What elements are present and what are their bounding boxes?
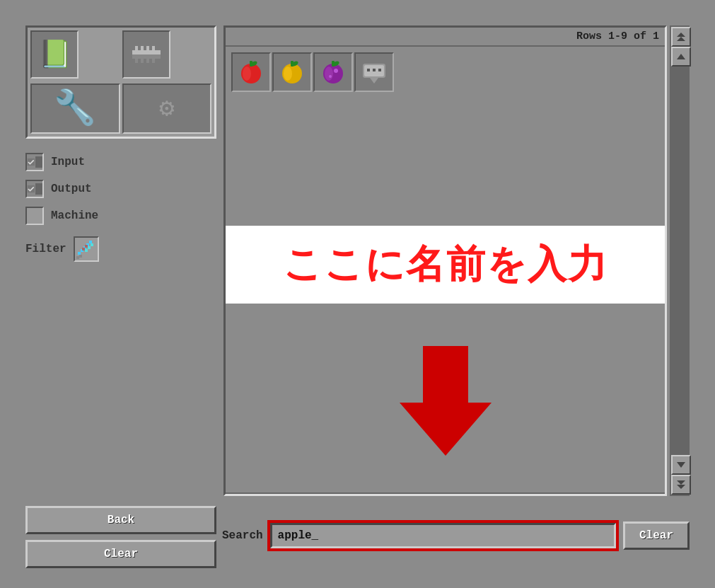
- svg-rect-5: [152, 46, 155, 50]
- filter-machine-row: Machine: [25, 207, 216, 225]
- measure-icon: [131, 39, 162, 70]
- special-item-icon: [360, 58, 388, 86]
- svg-rect-18: [91, 243, 93, 246]
- slot-book[interactable]: 📗: [30, 30, 79, 79]
- machine-label: Machine: [51, 209, 98, 222]
- svg-rect-44: [378, 69, 381, 71]
- output-label: Output: [51, 183, 92, 195]
- filter-input-row: Input: [25, 153, 216, 171]
- machine-checkbox[interactable]: [25, 207, 44, 225]
- grid-slot-apple[interactable]: [231, 52, 271, 92]
- svg-rect-42: [367, 69, 370, 71]
- checkmark-icon: [27, 156, 35, 168]
- sword-icon: [76, 239, 96, 259]
- output-checkbox[interactable]: [25, 180, 44, 198]
- svg-rect-6: [135, 59, 138, 63]
- input-checkbox[interactable]: [25, 153, 44, 171]
- filter-output-row: Output: [25, 180, 216, 198]
- svg-point-30: [284, 67, 292, 81]
- scroll-down-double-button[interactable]: [671, 475, 691, 495]
- svg-rect-43: [373, 69, 376, 71]
- scrollbar: [670, 25, 690, 496]
- svg-rect-13: [89, 241, 92, 243]
- search-label: Search: [222, 529, 263, 542]
- left-panel: 📗: [25, 25, 216, 496]
- svg-rect-24: [85, 245, 88, 248]
- search-input[interactable]: [270, 523, 616, 548]
- bottom-bar: Back Clear Search Clear: [13, 496, 702, 575]
- svg-rect-20: [85, 249, 88, 252]
- right-main-panel: Rows 1-9 of 1: [223, 25, 667, 496]
- scroll-up-double-icon: [676, 32, 686, 42]
- svg-rect-3: [141, 46, 144, 50]
- main-area: 📗: [13, 13, 702, 496]
- right-bottom-bar: Search Clear: [222, 521, 690, 550]
- svg-point-26: [243, 67, 251, 81]
- svg-rect-8: [146, 59, 149, 63]
- svg-point-37: [334, 69, 338, 73]
- scroll-down-button[interactable]: [671, 455, 691, 475]
- svg-marker-49: [677, 480, 685, 485]
- svg-point-38: [329, 75, 332, 78]
- svg-point-34: [325, 67, 333, 81]
- apple-icon: [237, 58, 265, 86]
- scroll-track[interactable]: [671, 67, 688, 455]
- item-row-1: [228, 50, 662, 95]
- filter-text-label: Filter: [25, 243, 66, 255]
- checkmark-icon-2: [27, 183, 35, 195]
- main-window: 📗: [0, 0, 715, 588]
- empty-check-icon: [28, 209, 41, 222]
- svg-rect-23: [82, 248, 85, 250]
- svg-marker-41: [370, 78, 378, 83]
- grid-slot-special[interactable]: [354, 52, 394, 92]
- clear-left-button[interactable]: Clear: [25, 540, 216, 568]
- grid-slot-enchanted-apple[interactable]: [313, 52, 353, 92]
- filter-options: Input Output: [25, 146, 216, 269]
- svg-marker-45: [677, 33, 685, 37]
- svg-rect-1: [132, 54, 161, 59]
- back-button[interactable]: Back: [25, 506, 216, 534]
- svg-marker-48: [677, 462, 685, 468]
- golden-apple-icon: [278, 58, 306, 86]
- item-grid: [226, 45, 665, 494]
- slot-machine[interactable]: 🔧: [30, 83, 120, 134]
- svg-marker-46: [677, 37, 685, 41]
- filter-icon-row: Filter: [25, 236, 216, 262]
- svg-rect-7: [141, 59, 144, 63]
- rows-info: Rows 1-9 of 1: [226, 28, 665, 45]
- grid-slot-golden-apple[interactable]: [272, 52, 312, 92]
- clear-right-button[interactable]: Clear: [623, 521, 690, 550]
- input-label: Input: [51, 156, 85, 168]
- svg-rect-4: [146, 46, 149, 50]
- sword-filter-button[interactable]: [74, 236, 99, 262]
- svg-marker-50: [677, 485, 685, 489]
- svg-rect-2: [135, 46, 138, 50]
- svg-rect-22: [76, 256, 79, 259]
- scroll-up-icon: [676, 53, 686, 60]
- scroll-down-icon: [676, 461, 686, 468]
- item-slots-grid: 📗: [25, 25, 216, 139]
- slot-measure[interactable]: [122, 30, 170, 79]
- svg-rect-21: [79, 255, 82, 258]
- slot-extra[interactable]: ⚙: [122, 83, 212, 134]
- svg-rect-9: [152, 59, 155, 63]
- scroll-down-double-icon: [676, 480, 686, 490]
- left-bottom-buttons: Back Clear: [25, 503, 216, 568]
- svg-rect-17: [78, 252, 81, 255]
- svg-rect-19: [88, 246, 91, 249]
- svg-rect-0: [132, 50, 161, 54]
- svg-marker-47: [677, 54, 685, 59]
- right-panel-area: Rows 1-9 of 1: [223, 25, 690, 496]
- enchanted-apple-icon: [319, 58, 347, 86]
- scroll-up-button[interactable]: [671, 47, 691, 67]
- scroll-up-double-button[interactable]: [671, 27, 691, 47]
- svg-rect-12: [29, 210, 40, 221]
